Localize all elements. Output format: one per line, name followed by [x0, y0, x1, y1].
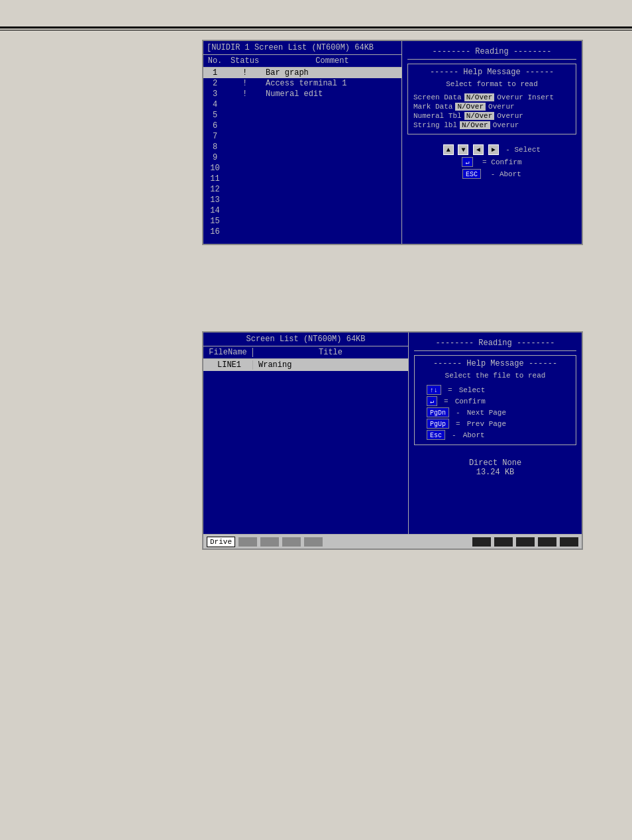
- panel1-format-rows: Screen DataN/OverOverur InsertMark Data …: [413, 93, 570, 129]
- drive-slot-7[interactable]: [516, 537, 535, 547]
- drive-slot-9[interactable]: [560, 537, 578, 547]
- format-highlight: N/Over: [464, 112, 495, 120]
- row-comment: [263, 142, 401, 152]
- row-no: 9: [203, 153, 227, 162]
- arrow-up-icon: ▲: [443, 144, 454, 155]
- row-no: 5: [203, 111, 227, 120]
- panel1-row[interactable]: 11: [203, 174, 401, 184]
- row-comment: Bar graph: [263, 68, 401, 78]
- nav-label: Select: [459, 386, 486, 394]
- row-no: 6: [203, 121, 227, 131]
- row-status: [227, 111, 263, 120]
- panel1-help-title: ------ Help Message ------: [413, 68, 570, 77]
- panel2-info1: Direct None: [414, 458, 576, 468]
- nav-row: Esc-Abort: [427, 430, 570, 440]
- arrow-left-icon: ◄: [473, 144, 484, 155]
- abort-label: - Abort: [491, 170, 521, 178]
- panel2-reading-header: -------- Reading --------: [414, 336, 576, 351]
- nav-sep: -: [456, 409, 460, 417]
- format-label: Screen Data: [413, 93, 462, 101]
- format-plain: Overur: [488, 103, 515, 111]
- col-status-header: Status: [227, 56, 263, 66]
- row-no: 14: [203, 206, 227, 215]
- panel1-row[interactable]: 10: [203, 163, 401, 174]
- panel1-row[interactable]: 15: [203, 216, 401, 227]
- drive-slot-5[interactable]: [472, 537, 491, 547]
- panel2-info2: 13.24 KB: [414, 468, 576, 477]
- panel2-col-headers: FileName Title: [203, 346, 408, 359]
- select-label: - Select: [505, 146, 541, 154]
- arrow-right-icon: ►: [488, 144, 499, 155]
- row-status: [227, 164, 263, 173]
- panel2-nav-keys: ↑↓=Select↵=ConfirmPgDn-Next PagePgUp=Pre…: [427, 385, 570, 440]
- format-plain: Overur Insert: [497, 93, 554, 101]
- panel1-help-box: ------ Help Message ------ Select format…: [407, 64, 576, 134]
- p2-filename: LINE1: [203, 360, 253, 370]
- row-no: 12: [203, 185, 227, 194]
- drive-slot-2[interactable]: [260, 537, 279, 547]
- row-status: !: [227, 79, 263, 88]
- panel1-col-headers: No. Status Comment: [203, 55, 401, 68]
- panel2-help-body: Select the file to read: [420, 372, 570, 380]
- p2-title: Wraning: [253, 360, 408, 370]
- panel1-row[interactable]: 5: [203, 110, 401, 121]
- page-container: [NUIDIR 1 Screen List (NT600M) 64KB No. …: [0, 0, 632, 840]
- row-status: [227, 174, 263, 184]
- drive-slot-3[interactable]: [282, 537, 301, 547]
- row-comment: [263, 132, 401, 141]
- row-comment: [263, 174, 401, 184]
- drive-slot-4[interactable]: [304, 537, 323, 547]
- drive-slot-6[interactable]: [494, 537, 513, 547]
- row-status: [227, 185, 263, 194]
- row-status: [227, 153, 263, 162]
- panel1-row[interactable]: 2 ! Access terminal 1: [203, 78, 401, 89]
- row-comment: [263, 195, 401, 205]
- p2-col-filename-header: FileName: [203, 348, 253, 357]
- format-label: Numeral Tbl: [413, 112, 462, 120]
- row-comment: [263, 185, 401, 194]
- row-comment: [263, 111, 401, 120]
- panel1-row[interactable]: 9: [203, 152, 401, 163]
- panel1-row[interactable]: 12: [203, 184, 401, 195]
- confirm-label: = Confirm: [482, 158, 521, 166]
- drive-slot-1[interactable]: [238, 537, 257, 547]
- format-row: Numeral TblN/OverOverur: [413, 112, 570, 120]
- row-no: 4: [203, 100, 227, 109]
- panel1-row[interactable]: 14: [203, 205, 401, 216]
- row-status: [227, 132, 263, 141]
- nav-row: ↵=Confirm: [427, 396, 570, 406]
- panel1-row[interactable]: 4: [203, 99, 401, 110]
- panel1-screenshot: [NUIDIR 1 Screen List (NT600M) 64KB No. …: [202, 40, 583, 245]
- panel1-row[interactable]: 6: [203, 121, 401, 131]
- nav-key: Esc: [427, 430, 445, 440]
- nav-sep: -: [452, 431, 456, 439]
- row-status: [227, 100, 263, 109]
- row-no: 7: [203, 132, 227, 141]
- panel1-title: [NUIDIR 1 Screen List (NT600M) 64KB: [203, 41, 401, 55]
- panel2-rows: LINE1 Wraning: [203, 359, 408, 371]
- panel1-right: -------- Reading -------- ------ Help Me…: [402, 41, 582, 244]
- row-comment: [263, 227, 401, 236]
- format-plain: Overur: [497, 112, 523, 120]
- nav-row: ↑↓=Select: [427, 385, 570, 395]
- row-no: 10: [203, 164, 227, 173]
- row-status: [227, 227, 263, 236]
- row-no: 13: [203, 195, 227, 205]
- col-comment-header: Comment: [263, 56, 401, 66]
- format-row: Mark Data N/OverOverur: [413, 103, 570, 111]
- panel1-row[interactable]: 16: [203, 227, 401, 237]
- nav-key: ↵: [427, 396, 437, 406]
- panel1-row[interactable]: 7: [203, 131, 401, 142]
- format-row: String lbl N/OverOverur: [413, 121, 570, 129]
- panel1-row[interactable]: 8: [203, 142, 401, 152]
- row-status: [227, 195, 263, 205]
- drive-label: Drive: [207, 537, 235, 547]
- nav-sep: =: [456, 420, 460, 428]
- panel1-row[interactable]: 13: [203, 195, 401, 205]
- panel1-row[interactable]: 3 ! Numeral edit: [203, 89, 401, 99]
- col-no-header: No.: [203, 56, 227, 66]
- drive-slot-8[interactable]: [538, 537, 556, 547]
- panel1-row[interactable]: 1 ! Bar graph: [203, 68, 401, 78]
- panel2-row[interactable]: LINE1 Wraning: [203, 359, 408, 371]
- panel2-right: -------- Reading -------- ------ Help Me…: [409, 333, 582, 534]
